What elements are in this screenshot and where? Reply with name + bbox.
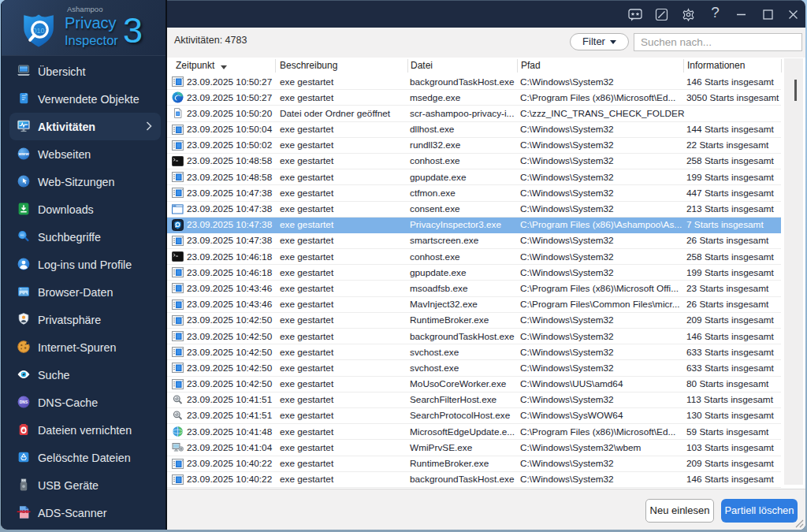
- svg-text:www: www: [18, 151, 30, 156]
- svg-text:DNS: DNS: [20, 400, 28, 404]
